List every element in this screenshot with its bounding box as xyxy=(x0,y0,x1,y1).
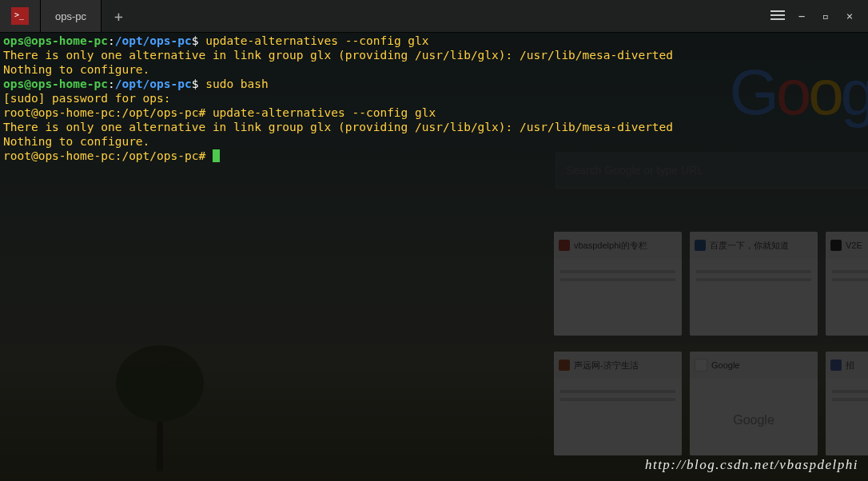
cursor xyxy=(213,149,220,162)
watermark: http://blog.csdn.net/vbaspdelphi xyxy=(645,457,858,473)
minimize-button[interactable]: − xyxy=(794,10,809,22)
titlebar[interactable]: ops-pc + − ▫ × xyxy=(0,0,868,33)
desktop-screen: Googl Search Google or type URL vbaspdel… xyxy=(0,0,868,481)
terminal-window: ops-pc + − ▫ × ops@ops-home-pc:/opt/ops-… xyxy=(0,0,868,481)
close-button[interactable]: × xyxy=(842,10,857,22)
terminal-output[interactable]: ops@ops-home-pc:/opt/ops-pc$ update-alte… xyxy=(0,32,868,481)
terminal-tab[interactable]: ops-pc xyxy=(41,0,102,32)
new-tab-button[interactable]: + xyxy=(102,8,136,25)
app-icon-tab[interactable] xyxy=(0,0,41,32)
maximize-button[interactable]: ▫ xyxy=(818,10,833,22)
tab-title: ops-pc xyxy=(55,10,86,22)
terminal-icon xyxy=(11,7,29,25)
hamburger-menu-icon[interactable] xyxy=(770,10,785,22)
